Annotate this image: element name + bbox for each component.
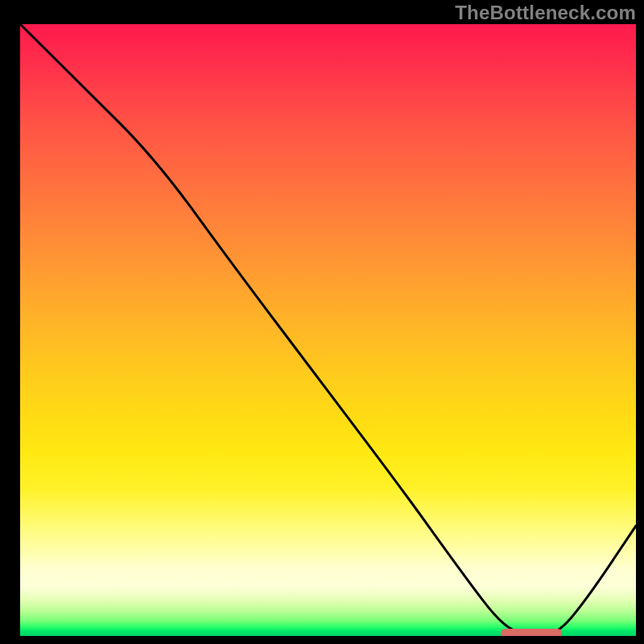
chart-frame: TheBottleneck.com bbox=[0, 0, 644, 644]
plot-area bbox=[20, 24, 636, 636]
optimal-range-marker bbox=[501, 629, 563, 636]
line-chart bbox=[20, 24, 636, 636]
watermark-text: TheBottleneck.com bbox=[455, 2, 636, 24]
curve-path bbox=[20, 24, 636, 636]
